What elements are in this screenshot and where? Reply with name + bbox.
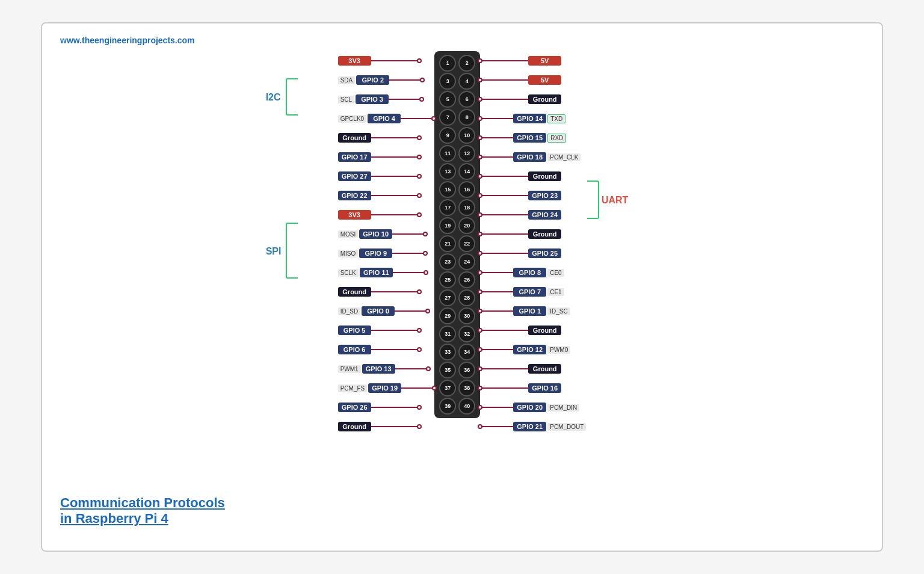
connector-row-25-26: 25 26 bbox=[439, 271, 475, 288]
pin-36: 36 bbox=[458, 362, 475, 378]
right-label-30: Ground bbox=[528, 326, 561, 335]
left-extra-gpclk0: GPCLK0 bbox=[338, 115, 366, 123]
pin-9: 9 bbox=[439, 127, 456, 144]
connector-row-3-4: 3 4 bbox=[439, 73, 475, 90]
pin-row-1: 3V3 bbox=[338, 52, 435, 70]
pin-33: 33 bbox=[439, 344, 456, 360]
right-row-26: GPIO 7 CE1 bbox=[480, 283, 586, 301]
pin-18: 18 bbox=[458, 199, 475, 216]
pin-27: 27 bbox=[439, 289, 456, 306]
pin-37: 37 bbox=[439, 380, 456, 397]
connector-row-33-34: 33 34 bbox=[439, 344, 475, 360]
right-extra-rxd: RXD bbox=[547, 134, 566, 143]
pin-26: 26 bbox=[458, 271, 475, 288]
connector-row-21-22: 21 22 bbox=[439, 235, 475, 252]
left-label-21: GPIO 9 bbox=[359, 248, 392, 258]
left-label-37: GPIO 26 bbox=[338, 403, 371, 412]
right-label-38: GPIO 20 bbox=[513, 403, 546, 412]
pin-4: 4 bbox=[458, 73, 475, 90]
connector-row-9-10: 9 10 bbox=[439, 127, 475, 144]
pin-17: 17 bbox=[439, 199, 456, 216]
left-label-27: GPIO 0 bbox=[362, 306, 395, 316]
left-label-15: GPIO 22 bbox=[338, 191, 371, 200]
pin-row-19: MOSI GPIO 10 bbox=[338, 225, 435, 243]
pin-3: 3 bbox=[439, 73, 456, 90]
left-label-29: GPIO 5 bbox=[338, 326, 371, 335]
pin-21: 21 bbox=[439, 235, 456, 252]
pin-22: 22 bbox=[458, 235, 475, 252]
right-label-18: GPIO 24 bbox=[528, 210, 561, 220]
pin-10: 10 bbox=[458, 127, 475, 144]
pin-row-9: Ground bbox=[338, 129, 435, 147]
right-label-36: GPIO 16 bbox=[528, 383, 561, 393]
connector-row-7-8: 7 8 bbox=[439, 109, 475, 126]
comm-protocols-line1: Communication Protocols bbox=[60, 495, 225, 511]
pin-1: 1 bbox=[439, 55, 456, 72]
right-row-24: GPIO 8 CE0 bbox=[480, 264, 586, 282]
left-extra-scl: SCL bbox=[338, 96, 354, 103]
right-extra-pcmdout: PCM_DOUT bbox=[547, 423, 586, 431]
left-label-11: GPIO 17 bbox=[338, 152, 371, 162]
right-row-12: GPIO 18 PCM_CLK bbox=[480, 148, 586, 166]
left-extra-idsd: ID_SD bbox=[338, 307, 360, 315]
right-row-32: GPIO 12 PWM0 bbox=[480, 341, 586, 359]
uart-label: UART bbox=[602, 195, 628, 206]
right-extra-ce1: CE1 bbox=[547, 288, 564, 296]
right-row-22: GPIO 25 bbox=[480, 244, 586, 262]
left-label-35: GPIO 19 bbox=[368, 383, 401, 393]
pin-12: 12 bbox=[458, 145, 475, 162]
pin-14: 14 bbox=[458, 163, 475, 180]
left-label-5: GPIO 3 bbox=[356, 94, 389, 104]
right-extra-ce0: CE0 bbox=[547, 269, 564, 277]
pin-8: 8 bbox=[458, 109, 475, 126]
pin-row-33: PWM1 GPIO 13 bbox=[338, 360, 435, 378]
left-extra-miso: MISO bbox=[338, 250, 359, 258]
right-row-8: GPIO 14 TXD bbox=[480, 110, 586, 128]
right-label-26: GPIO 7 bbox=[513, 287, 546, 297]
right-label-8: GPIO 14 bbox=[513, 114, 546, 123]
pin-23: 23 bbox=[439, 253, 456, 270]
right-extra-pcmdin: PCM_DIN bbox=[547, 404, 579, 412]
pin-row-7: GPCLK0 GPIO 4 bbox=[338, 110, 435, 128]
left-label-17: 3V3 bbox=[338, 210, 371, 220]
pin-row-35: PCM_FS GPIO 19 bbox=[338, 379, 435, 397]
right-label-34: Ground bbox=[528, 364, 561, 374]
right-row-20: Ground bbox=[480, 225, 586, 243]
right-row-4: 5V bbox=[480, 71, 586, 89]
connector-row-31-32: 31 32 bbox=[439, 326, 475, 342]
right-label-40: GPIO 21 bbox=[513, 422, 546, 431]
right-label-12: GPIO 18 bbox=[513, 152, 546, 162]
left-extra-mosi: MOSI bbox=[338, 230, 359, 238]
pin-row-13: GPIO 27 bbox=[338, 167, 435, 185]
comm-protocols-link[interactable]: Communication Protocols in Raspberry Pi … bbox=[60, 495, 225, 526]
pin-2: 2 bbox=[458, 55, 475, 72]
left-label-7: GPIO 4 bbox=[368, 114, 401, 123]
right-row-10: GPIO 15 RXD bbox=[480, 129, 586, 147]
right-label-6: Ground bbox=[528, 94, 561, 104]
pin-39: 39 bbox=[439, 398, 456, 415]
pin-row-39: Ground bbox=[338, 418, 435, 436]
pin-5: 5 bbox=[439, 91, 456, 108]
pin-34: 34 bbox=[458, 344, 475, 360]
pin-rows: 3V3 SDA GPIO 2 bbox=[338, 51, 587, 436]
right-row-34: Ground bbox=[480, 360, 586, 378]
left-pins: 3V3 SDA GPIO 2 bbox=[338, 51, 435, 436]
main-container: www.theengineeringprojects.com I2C SPI U… bbox=[41, 22, 883, 552]
pin-35: 35 bbox=[439, 362, 456, 378]
left-extra-sclk: SCLK bbox=[338, 269, 359, 277]
pin-7: 7 bbox=[439, 109, 456, 126]
pin-38: 38 bbox=[458, 380, 475, 397]
pin-row-21: MISO GPIO 9 bbox=[338, 244, 435, 262]
website-url: www.theengineeringprojects.com bbox=[60, 35, 864, 45]
left-label-25: Ground bbox=[338, 287, 371, 297]
right-pins: 5V 5V Ground bbox=[480, 51, 586, 436]
connector-row-35-36: 35 36 bbox=[439, 362, 475, 378]
right-row-40: GPIO 21 PCM_DOUT bbox=[480, 418, 586, 436]
connector-row-39-40: 39 40 bbox=[439, 398, 475, 415]
pin-11: 11 bbox=[439, 145, 456, 162]
pin-row-37: GPIO 26 bbox=[338, 398, 435, 416]
pin-13: 13 bbox=[439, 163, 456, 180]
left-label-33: GPIO 13 bbox=[362, 364, 395, 374]
right-label-10: GPIO 15 bbox=[513, 133, 546, 143]
pin-6: 6 bbox=[458, 91, 475, 108]
